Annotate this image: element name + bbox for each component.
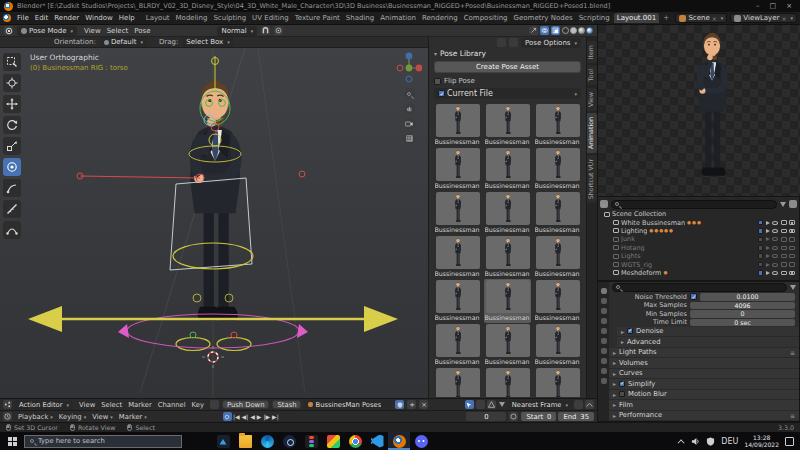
workspace-tab[interactable]: Shading: [343, 13, 377, 23]
orthographic-toggle-icon[interactable]: [404, 133, 415, 144]
only-selected-icon[interactable]: [465, 400, 474, 409]
selectable-icon[interactable]: [766, 254, 770, 258]
properties-filter-icon[interactable]: [790, 285, 796, 290]
sidebar-tab[interactable]: Shortcut VUr: [587, 155, 597, 203]
hide-viewport-icon[interactable]: [772, 237, 778, 241]
pose-thumbnail[interactable]: [536, 324, 580, 357]
outliner-row[interactable]: Hotang: [600, 244, 797, 252]
pose-item[interactable]: Bussinessman Th...: [484, 279, 531, 323]
pose-thumbnail[interactable]: [536, 236, 580, 269]
property-panel-header[interactable]: ▸ Light Paths ≡: [609, 348, 799, 359]
timeline-menu-item[interactable]: View: [89, 412, 116, 422]
pin-icon[interactable]: [497, 38, 506, 47]
property-panel-header[interactable]: ▸ Simplify ≡: [609, 379, 799, 390]
timeline-editor-icon[interactable]: [3, 412, 12, 421]
auto-keying-icon[interactable]: [223, 412, 232, 421]
pose-thumbnail[interactable]: [436, 368, 480, 397]
taskbar-search[interactable]: Type here to search: [24, 435, 182, 448]
menu-item[interactable]: Help: [116, 13, 138, 23]
unlink-action-icon[interactable]: ×: [419, 400, 428, 409]
property-value[interactable]: 0.0100: [700, 293, 795, 301]
property-panel-header[interactable]: ▸ Performance ≡: [609, 411, 799, 422]
workspace-tab[interactable]: Sculpting: [210, 13, 249, 23]
select-box-tool[interactable]: [3, 53, 21, 71]
scene-selector[interactable]: Scene×: [675, 13, 727, 23]
snap-magnet-icon[interactable]: [261, 26, 270, 35]
shading-wireframe-icon[interactable]: [562, 27, 569, 34]
selectable-icon[interactable]: [766, 237, 770, 241]
move-tool[interactable]: [3, 95, 21, 113]
pose-options-dropdown[interactable]: Pose Options: [521, 38, 581, 48]
property-value[interactable]: 0: [690, 310, 795, 318]
pan-view-icon[interactable]: [404, 103, 415, 114]
disable-viewport-icon[interactable]: [781, 246, 787, 251]
panel-checkbox[interactable]: [627, 328, 633, 334]
selectable-icon[interactable]: [766, 271, 770, 275]
pose-item[interactable]: Bussinessman Wa: [534, 279, 581, 323]
disable-render-icon[interactable]: [789, 271, 795, 276]
property-panel-header[interactable]: ▸ Motion Blur ≡: [609, 390, 799, 401]
pose-thumbnail[interactable]: [436, 104, 480, 137]
transform-tool[interactable]: [3, 158, 21, 176]
workspace-tab[interactable]: Geometry Nodes: [511, 13, 576, 23]
workspace-tab[interactable]: Compositing: [461, 13, 511, 23]
measure-tool[interactable]: [3, 200, 21, 218]
viewlayer-icon-2[interactable]: ×: [781, 15, 786, 22]
preview-range-clock-icon[interactable]: [509, 412, 518, 421]
filter-funnel-icon[interactable]: [780, 202, 786, 207]
property-value[interactable]: 4096: [690, 302, 795, 310]
flip-pose-row[interactable]: Flip Pose: [434, 76, 581, 86]
properties-search[interactable]: [612, 283, 787, 292]
panel-menu-icon[interactable]: ≡: [790, 349, 795, 356]
action-menu-item[interactable]: Key: [189, 400, 207, 410]
warning-icon[interactable]: [487, 400, 496, 409]
scene-unlink-icon[interactable]: ×: [712, 15, 717, 22]
pose-thumbnail[interactable]: [536, 104, 580, 137]
outliner-root-row[interactable]: Scene Collection: [600, 210, 797, 218]
workspace-tab-active[interactable]: Layout.001: [614, 13, 659, 23]
notification-center-icon[interactable]: [785, 437, 794, 446]
rotate-tool[interactable]: [3, 116, 21, 134]
vscode-icon[interactable]: [366, 432, 388, 450]
render-properties-tab[interactable]: [601, 288, 607, 294]
axis-gizmo[interactable]: [396, 50, 422, 84]
exclude-checkbox[interactable]: [758, 220, 764, 226]
viewport-menu-item[interactable]: Pose: [131, 26, 153, 36]
action-menu-item[interactable]: Marker: [125, 400, 155, 410]
camera-view-icon[interactable]: [404, 118, 415, 129]
pose-thumbnail[interactable]: [436, 236, 480, 269]
pose-source-dropdown[interactable]: Current File: [434, 88, 581, 99]
pose-thumbnail[interactable]: [536, 280, 580, 313]
data-properties-tab[interactable]: [601, 378, 607, 384]
pose-item[interactable]: [434, 367, 481, 397]
output-properties-tab[interactable]: [601, 298, 607, 304]
fake-user-shield-icon[interactable]: [395, 400, 404, 409]
next-keyframe-button[interactable]: |▶: [262, 413, 271, 420]
pose-thumbnail[interactable]: [486, 192, 530, 225]
exclude-checkbox[interactable]: [758, 237, 764, 243]
world-properties-tab[interactable]: [601, 328, 607, 334]
jump-to-start-button[interactable]: |◀: [232, 413, 241, 420]
steam-icon[interactable]: [278, 432, 300, 450]
viewlayer-selector[interactable]: ViewLayer×: [730, 13, 797, 23]
pose-item[interactable]: Bussinessman Poi: [434, 191, 481, 235]
workspace-tab[interactable]: Scripting: [576, 13, 613, 23]
pose-item[interactable]: Bussinessman Wa: [484, 323, 531, 367]
cursor-tool[interactable]: [3, 74, 21, 92]
hide-viewport-icon[interactable]: [772, 229, 778, 233]
menu-item[interactable]: File: [14, 13, 32, 23]
exclude-checkbox[interactable]: [758, 253, 764, 259]
action-menu-item[interactable]: Select: [98, 400, 125, 410]
pose-thumbnail[interactable]: [486, 104, 530, 137]
disable-viewport-icon[interactable]: [781, 229, 787, 234]
transform-orientation-dropdown[interactable]: Normal: [217, 26, 257, 36]
flip-pose-checkbox[interactable]: [434, 78, 441, 85]
selectable-icon[interactable]: [766, 246, 770, 250]
pose-thumbnail[interactable]: [536, 368, 580, 397]
render-preview[interactable]: [597, 25, 800, 196]
hide-viewport-icon[interactable]: [772, 263, 778, 267]
businessman-character[interactable]: [190, 80, 242, 320]
selectable-icon[interactable]: [766, 263, 770, 267]
jump-to-end-button[interactable]: ▶|: [271, 413, 280, 420]
annotate-tool[interactable]: [3, 179, 21, 197]
